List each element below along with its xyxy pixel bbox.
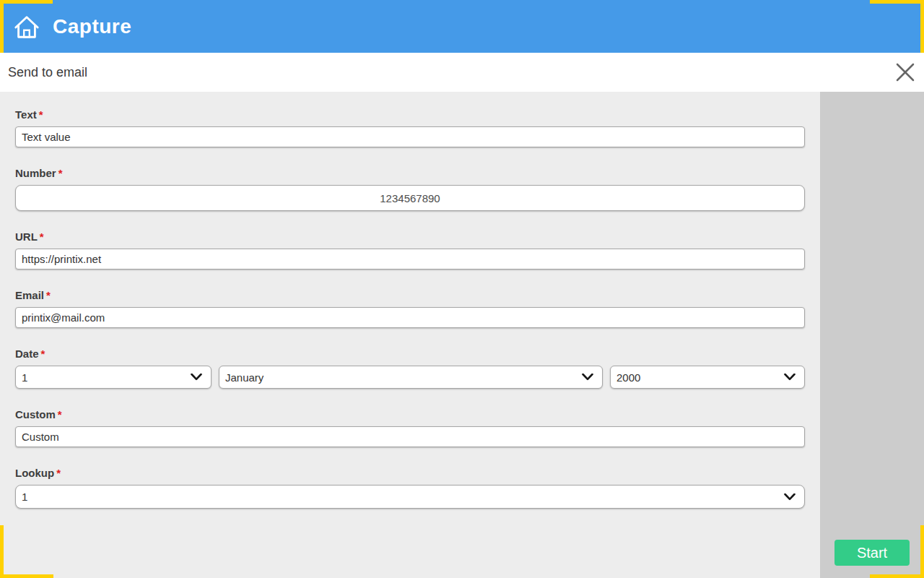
field-url-label: URL* xyxy=(15,231,805,243)
chevron-down-icon xyxy=(191,374,202,381)
field-custom-label: Custom* xyxy=(15,409,805,420)
close-button[interactable] xyxy=(895,62,915,82)
email-input[interactable] xyxy=(15,307,805,328)
required-asterisk: * xyxy=(58,167,63,179)
custom-input[interactable] xyxy=(15,426,805,447)
field-label-text: URL xyxy=(15,230,38,243)
field-custom: Custom* xyxy=(15,409,805,447)
number-input[interactable] xyxy=(15,185,805,211)
capture-window: Capture Send to email Text* Number* xyxy=(0,0,924,578)
field-label-text: Lookup xyxy=(15,467,54,479)
dialog-content: Text* Number* URL* Email* xyxy=(0,92,924,578)
date-day-select[interactable]: 1 xyxy=(15,366,212,389)
field-lookup: Lookup* 1 xyxy=(15,467,805,509)
form-panel: Text* Number* URL* Email* xyxy=(0,92,820,578)
required-asterisk: * xyxy=(39,108,43,121)
dialog-title: Send to email xyxy=(8,65,87,80)
field-number-label: Number* xyxy=(15,168,805,179)
field-date: Date* 1 January 2000 xyxy=(15,348,805,389)
date-day-value: 1 xyxy=(22,371,191,384)
chevron-down-icon xyxy=(784,374,796,381)
app-title: Capture xyxy=(53,15,131,38)
date-month-select[interactable]: January xyxy=(219,366,603,389)
field-text-label: Text* xyxy=(15,109,805,121)
start-button[interactable]: Start xyxy=(834,540,910,566)
required-asterisk: * xyxy=(46,289,51,301)
chevron-down-icon xyxy=(784,493,796,501)
app-header: Capture xyxy=(0,0,924,53)
field-email-label: Email* xyxy=(15,290,805,301)
lookup-value: 1 xyxy=(22,491,784,503)
required-asterisk: * xyxy=(41,348,45,360)
date-year-select[interactable]: 2000 xyxy=(610,366,805,389)
field-date-label: Date* xyxy=(15,348,805,360)
date-month-value: January xyxy=(225,371,582,384)
side-panel: Start xyxy=(820,92,924,578)
field-label-text: Custom xyxy=(15,408,56,420)
required-asterisk: * xyxy=(58,408,62,420)
field-label-text: Number xyxy=(15,167,56,179)
field-label-text: Date xyxy=(15,348,39,360)
home-icon[interactable] xyxy=(13,13,40,40)
field-number: Number* xyxy=(15,168,805,211)
field-label-text: Email xyxy=(15,289,44,301)
field-url: URL* xyxy=(15,231,805,269)
field-label-text: Text xyxy=(15,108,37,121)
lookup-select[interactable]: 1 xyxy=(15,485,805,509)
field-email: Email* xyxy=(15,290,805,328)
close-icon xyxy=(896,63,915,82)
date-year-value: 2000 xyxy=(616,371,784,384)
chevron-down-icon xyxy=(582,374,593,381)
url-input[interactable] xyxy=(15,249,805,269)
required-asterisk: * xyxy=(40,230,44,243)
text-input[interactable] xyxy=(15,126,805,147)
dialog-titlebar: Send to email xyxy=(0,53,924,92)
date-row: 1 January 2000 xyxy=(15,366,805,389)
field-lookup-label: Lookup* xyxy=(15,467,805,479)
required-asterisk: * xyxy=(56,467,61,479)
field-text: Text* xyxy=(15,109,805,147)
